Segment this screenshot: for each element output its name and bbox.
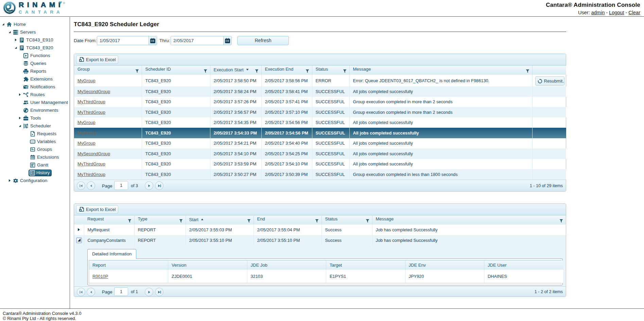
svg-text:(x): (x) bbox=[31, 140, 34, 143]
svg-text:CANTARA: CANTARA bbox=[19, 10, 63, 15]
svg-text:R: R bbox=[64, 2, 65, 4]
svg-text:RINAMI: RINAMI bbox=[19, 1, 64, 8]
svg-text:0: 0 bbox=[27, 87, 28, 89]
